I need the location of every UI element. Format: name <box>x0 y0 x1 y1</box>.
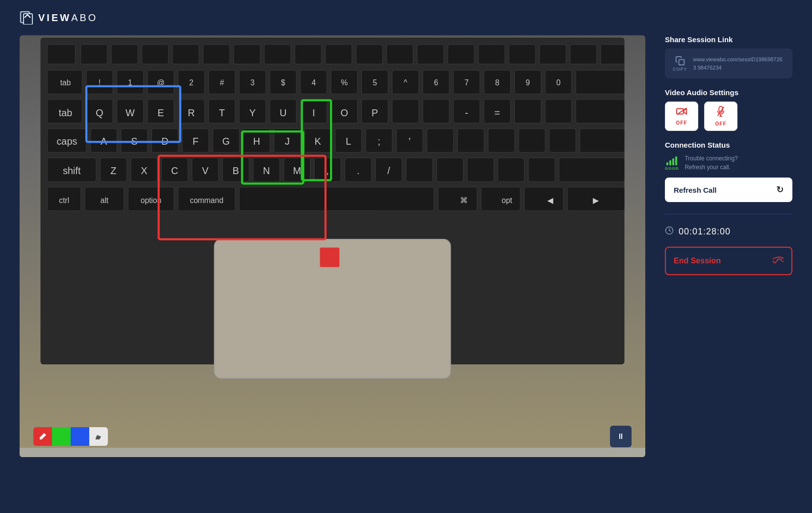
end-session-button[interactable]: End Session <box>665 247 792 275</box>
svg-text:F: F <box>193 136 199 147</box>
svg-text:4: 4 <box>311 78 316 87</box>
svg-text:;: ; <box>378 136 381 147</box>
svg-text:P: P <box>372 107 378 118</box>
svg-text:3: 3 <box>251 78 255 87</box>
svg-rect-176 <box>677 109 684 114</box>
svg-rect-76 <box>514 100 541 123</box>
svg-rect-155 <box>438 187 477 210</box>
refresh-icon: ↻ <box>776 184 784 195</box>
svg-text:R: R <box>188 107 195 118</box>
session-timer: 00:01:28:00 <box>679 227 731 237</box>
svg-rect-78 <box>576 100 624 123</box>
svg-rect-134 <box>437 158 463 181</box>
svg-text:K: K <box>315 136 321 147</box>
svg-rect-154 <box>239 187 434 210</box>
header: VIEWABO <box>0 0 812 35</box>
svg-rect-174 <box>320 248 339 267</box>
copy-label: COPY <box>673 67 687 72</box>
connection-status-section: Connection Status GOOD Trouble connectin… <box>665 141 792 202</box>
svg-rect-135 <box>467 158 494 181</box>
svg-rect-10 <box>142 45 169 64</box>
svg-text:X: X <box>141 165 147 176</box>
svg-text:caps: caps <box>56 136 77 147</box>
svg-text:command: command <box>190 196 223 205</box>
svg-text:V: V <box>202 165 209 176</box>
svg-rect-169 <box>20 448 645 457</box>
av-buttons-row: OFF OFF <box>665 102 792 131</box>
svg-text:U: U <box>279 107 286 118</box>
refresh-call-button[interactable]: Refresh Call ↻ <box>665 178 792 202</box>
svg-rect-14 <box>264 45 291 64</box>
end-session-label: End Session <box>674 256 721 265</box>
svg-rect-9 <box>111 45 138 64</box>
svg-rect-23 <box>539 45 566 64</box>
svg-rect-19 <box>417 45 444 64</box>
right-panel: Share Session Link COPY www.viewabo.com/… <box>665 35 792 275</box>
pause-button[interactable]: ⏸ <box>610 426 632 447</box>
svg-rect-137 <box>529 158 555 181</box>
svg-text:Q: Q <box>96 107 103 118</box>
svg-rect-20 <box>448 45 474 64</box>
svg-rect-24 <box>570 45 597 64</box>
svg-rect-12 <box>203 45 229 64</box>
svg-text:T: T <box>219 107 225 118</box>
svg-text:Z: Z <box>110 165 116 176</box>
svg-rect-157 <box>524 187 563 210</box>
audio-off-icon <box>716 106 725 119</box>
svg-rect-107 <box>519 128 545 152</box>
svg-rect-108 <box>549 128 576 152</box>
svg-rect-25 <box>601 45 624 64</box>
svg-text:$: $ <box>281 78 285 87</box>
video-area: tab ! 1 @ 2 # 3 $ 4 % 5 ^ 6 7 8 9 0 <box>20 35 645 457</box>
connection-status-title: Connection Status <box>665 141 792 149</box>
audio-toggle-button[interactable]: OFF <box>704 102 737 131</box>
svg-rect-138 <box>559 158 624 181</box>
playback-controls: ⏸ <box>610 426 632 447</box>
svg-text:W: W <box>126 107 135 118</box>
svg-rect-77 <box>545 100 572 123</box>
blue-color-button[interactable] <box>71 427 89 446</box>
video-toggle-button[interactable]: OFF <box>665 102 698 131</box>
svg-text:I: I <box>312 107 315 118</box>
svg-rect-185 <box>675 156 677 165</box>
svg-rect-18 <box>387 45 413 64</box>
svg-text:G: G <box>222 136 229 147</box>
svg-rect-13 <box>234 45 260 64</box>
svg-rect-106 <box>488 128 515 152</box>
svg-text:C: C <box>171 165 178 176</box>
svg-text:0: 0 <box>556 78 560 87</box>
svg-text:alt: alt <box>101 196 109 205</box>
svg-text:5: 5 <box>373 78 377 87</box>
svg-text:opt: opt <box>502 196 512 205</box>
green-color-button[interactable] <box>52 427 71 446</box>
svg-rect-183 <box>669 160 671 165</box>
divider <box>665 214 792 214</box>
timer-row: 00:01:28:00 <box>665 226 792 237</box>
good-label: GOOD <box>665 166 679 171</box>
svg-text:-: - <box>465 107 468 118</box>
svg-text:E: E <box>157 107 164 118</box>
video-off-label: OFF <box>676 120 687 126</box>
svg-text:M: M <box>293 165 301 176</box>
svg-rect-133 <box>406 158 432 181</box>
svg-rect-105 <box>457 128 484 152</box>
session-link-box[interactable]: COPY www.viewabo.com/sessID1986987263 98… <box>665 49 792 78</box>
svg-text:2: 2 <box>189 78 194 87</box>
svg-text:#: # <box>220 78 224 87</box>
svg-rect-22 <box>509 45 535 64</box>
share-session-title: Share Session Link <box>665 35 792 44</box>
svg-text:N: N <box>263 165 270 176</box>
copy-icon <box>675 56 685 66</box>
main-content: tab ! 1 @ 2 # 3 $ 4 % 5 ^ 6 7 8 9 0 <box>0 35 812 513</box>
svg-text:H: H <box>253 136 260 147</box>
connection-description: Trouble connecting? Refresh your call. <box>685 154 737 172</box>
svg-line-177 <box>677 108 686 115</box>
refresh-call-label: Refresh Call <box>674 186 717 194</box>
svg-rect-156 <box>481 187 520 210</box>
svg-rect-136 <box>498 158 524 181</box>
svg-text:^: ^ <box>404 78 407 87</box>
svg-text:=: = <box>494 107 500 118</box>
logo-icon <box>20 11 33 25</box>
eraser-button[interactable] <box>89 427 108 446</box>
pen-tool-button[interactable] <box>33 427 52 446</box>
